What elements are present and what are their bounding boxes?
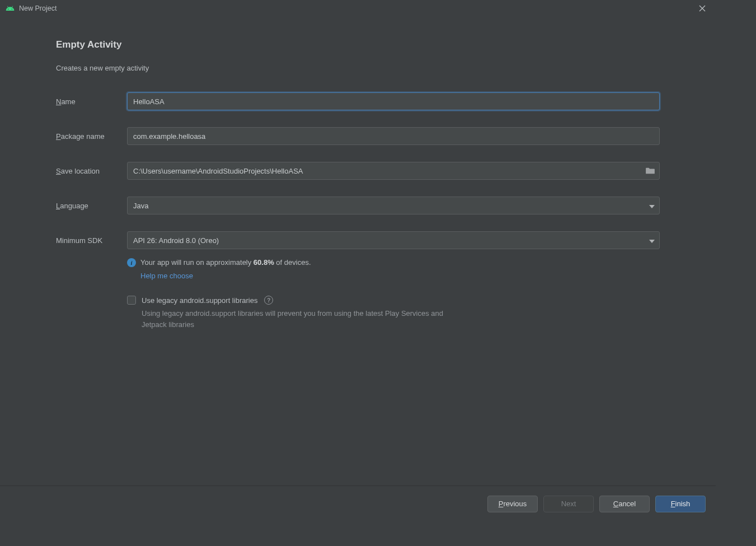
label-package: Package name xyxy=(56,132,127,141)
name-field[interactable] xyxy=(127,92,660,110)
sdk-info-text: Your app will run on approximately 60.8%… xyxy=(140,257,311,281)
titlebar: New Project xyxy=(0,0,716,17)
language-select-value: Java xyxy=(133,202,649,210)
label-language: Language xyxy=(56,202,127,210)
package-field[interactable] xyxy=(127,127,660,145)
legacy-description: Using legacy android.support libraries w… xyxy=(142,308,455,330)
label-name: Name xyxy=(56,97,127,106)
help-icon[interactable]: ? xyxy=(264,296,273,305)
row-name: Name xyxy=(56,92,660,110)
min-sdk-select-value: API 26: Android 8.0 (Oreo) xyxy=(133,236,649,245)
min-sdk-select[interactable]: API 26: Android 8.0 (Oreo) xyxy=(127,231,660,249)
wizard-content: Empty Activity Creates a new empty activ… xyxy=(0,17,716,486)
row-language: Language Java xyxy=(56,197,660,214)
window-title: New Project xyxy=(19,4,57,12)
sdk-info: i Your app will run on approximately 60.… xyxy=(127,257,660,281)
chevron-down-icon xyxy=(649,236,655,245)
label-min-sdk: Minimum SDK xyxy=(56,236,127,245)
android-icon xyxy=(6,4,15,13)
page-subtitle: Creates a new empty activity xyxy=(56,64,660,72)
help-me-choose-link[interactable]: Help me choose xyxy=(140,270,193,282)
row-min-sdk: Minimum SDK API 26: Android 8.0 (Oreo) xyxy=(56,231,660,249)
chevron-down-icon xyxy=(649,202,655,210)
previous-button[interactable]: Previous xyxy=(487,496,538,512)
next-button: Next xyxy=(543,496,594,512)
page-heading: Empty Activity xyxy=(56,39,660,50)
folder-icon[interactable] xyxy=(645,167,655,175)
wizard-footer: Previous Next Cancel Finish xyxy=(0,486,716,521)
info-icon: i xyxy=(127,258,136,267)
language-select[interactable]: Java xyxy=(127,197,660,214)
legacy-row: Use legacy android.support libraries ? xyxy=(127,296,660,305)
finish-button[interactable]: Finish xyxy=(655,496,706,512)
legacy-checkbox[interactable] xyxy=(127,296,136,305)
close-icon[interactable] xyxy=(694,2,710,15)
label-save-location: Save location xyxy=(56,167,127,175)
save-location-field[interactable] xyxy=(127,162,660,180)
row-package: Package name xyxy=(56,127,660,145)
row-save-location: Save location xyxy=(56,162,660,180)
cancel-button[interactable]: Cancel xyxy=(599,496,650,512)
legacy-checkbox-label: Use legacy android.support libraries xyxy=(142,296,257,305)
